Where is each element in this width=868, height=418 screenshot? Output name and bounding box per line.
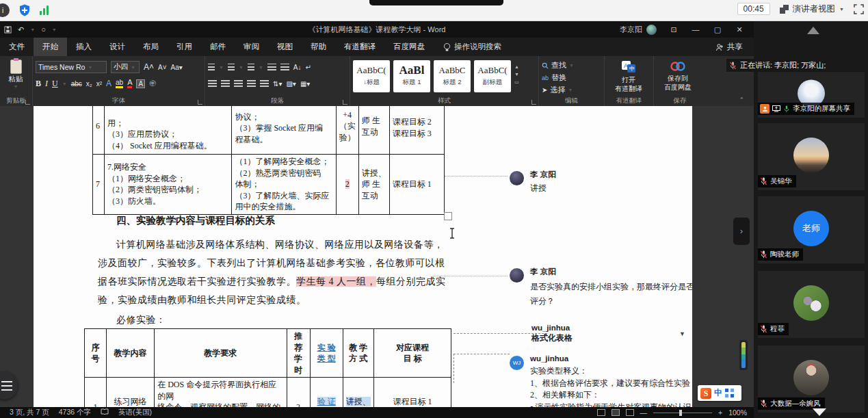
minimize-icon[interactable]: — [691,25,700,34]
paragraph-dialog-launcher-icon[interactable] [343,100,347,105]
subscript-button[interactable]: x₂ [86,80,92,88]
print-layout-icon[interactable] [611,409,620,416]
style-card-normal[interactable]: AaBbC( ↓标题 [353,60,390,92]
maximize-icon[interactable]: ▢ [713,25,722,34]
zoom-slider[interactable] [653,413,712,413]
tab-youdao[interactable]: 有道翻译 [335,38,384,56]
bullets-icon[interactable] [208,64,215,70]
tab-view[interactable]: 视图 [268,38,302,56]
video-tile-sharer[interactable]: 李京阳的屏幕共享 [758,70,865,118]
styles-gallery-more-icon[interactable]: ▭ [514,79,519,85]
video-tile[interactable]: 老师 陶骏老师 [758,196,865,263]
collapse-ribbon-icon[interactable]: ⌃ [739,96,744,103]
tell-me-search[interactable]: 操作说明搜索 [443,38,501,56]
align-center-icon[interactable] [221,80,230,87]
repeat-icon[interactable]: ○ [41,23,46,36]
commented-highlight[interactable]: 学生每 4 人一组， [296,276,376,287]
video-tile[interactable]: 吴锦华 [758,123,865,190]
comment[interactable]: WJ wu_jinhua 实验类型释义： 1、根据合格评估要求，建议要有综合性实… [510,354,692,407]
account-badge[interactable]: 李京阳 [620,25,657,35]
zoom-level[interactable]: 100% [728,408,747,417]
select-button[interactable]: ➤ 选择▼ [542,85,601,95]
comment[interactable]: wu_jinhua 格式化表格 [510,324,692,345]
tab-layout[interactable]: 布局 [134,38,168,56]
enclose-characters-icon[interactable]: ㊥ [149,79,156,88]
style-card-heading1[interactable]: AaBl 标题 1 [393,60,430,92]
align-left-icon[interactable] [208,80,217,87]
replace-button[interactable]: ab 替换 [542,73,601,83]
find-button[interactable]: 查找▼ [542,60,601,70]
paste-button[interactable]: 粘贴 ▼ [3,60,29,89]
share-button[interactable]: 共享 [715,38,743,56]
read-mode-icon[interactable] [597,409,605,416]
meeting-control-handle[interactable] [369,0,503,5]
distribute-icon[interactable] [260,80,269,87]
tab-baidu[interactable]: 百度网盘 [384,38,434,56]
font-name-combo[interactable]: Times New Ro▼ [36,61,107,73]
tab-references[interactable]: 引用 [168,38,201,56]
undo-icon[interactable]: ↶ [18,23,24,36]
tab-insert[interactable]: 插入 [67,38,101,56]
character-shading-icon[interactable]: A [136,79,145,88]
bold-button[interactable]: B [36,79,41,89]
strikethrough-button[interactable]: abc [71,80,82,88]
superscript-button[interactable]: x² [96,80,102,88]
grow-font-icon[interactable]: A˄ [144,62,154,72]
font-size-combo[interactable]: 小四▼ [111,61,140,73]
proofing-icon[interactable] [101,408,109,417]
justify-icon[interactable] [247,80,256,87]
web-layout-icon[interactable] [626,409,634,416]
qat-customize-icon[interactable]: ▼ [52,27,57,32]
experiment-type-link[interactable]: 实 验 类 型 [317,343,336,364]
decrease-indent-icon[interactable] [267,64,276,70]
ime-indicator[interactable]: S 中 [698,385,741,401]
shading-bucket-icon[interactable]: ▨▾ [286,80,295,88]
paste-dropdown-icon[interactable]: ▼ [3,84,29,89]
tab-mailings[interactable]: 邮件 [201,38,235,56]
align-right-icon[interactable] [234,80,243,87]
page-indicator[interactable]: 3 页, 共 7 页 [10,408,49,417]
undo-dropdown-icon[interactable]: ▼ [30,27,35,32]
clipboard-dialog-launcher-icon[interactable] [25,100,30,105]
expand-panel-chevron-icon[interactable]: › [733,218,750,245]
scroll-up-icon[interactable] [807,27,819,34]
comment[interactable]: 李 京阳 讲授 [510,170,692,195]
tab-home[interactable]: 开始 [34,38,67,56]
baidu-save-button[interactable]: 保存到 百度网盘 [657,59,699,92]
meeting-app-icon[interactable]: i [0,3,10,17]
borders-icon[interactable]: ▦▾ [300,80,310,88]
change-case-icon[interactable]: Aa▾ [171,64,183,71]
line-spacing-icon[interactable]: ⇅▾ [273,80,282,88]
comment[interactable]: 李 京阳 是否实验真的安排小组实验，那最终评分是否以小组评分？ [510,267,692,309]
tab-design[interactable]: 设计 [101,38,134,56]
comment-dropdown-icon[interactable]: ▼ [679,330,685,337]
paragraph-marks-icon[interactable]: ↵ [305,64,311,71]
shrink-font-icon[interactable]: A˅ [158,64,167,71]
zoom-slider-thumb[interactable] [679,410,682,416]
close-icon[interactable]: ✕ [735,25,744,34]
table-resize-handle[interactable] [444,212,452,220]
styles-gallery-up-icon[interactable]: ▲ [514,64,519,69]
signal-bars-icon[interactable] [40,5,49,15]
style-card-heading2[interactable]: AaBbC 标题 2 [434,60,471,92]
highlight-color-icon[interactable]: ab [116,79,123,88]
zoom-out-icon[interactable]: — [640,408,648,417]
styles-dialog-launcher-icon[interactable] [531,100,536,105]
styles-gallery-down-icon[interactable]: ▼ [514,72,519,77]
video-tile[interactable]: 大数据—余婉风 [758,345,865,413]
experiment-type-link[interactable]: 验 证 性 [317,397,336,407]
fullscreen-icon[interactable] [854,4,864,14]
style-card-subtitle[interactable]: AaBbC( 副标题 [474,60,511,92]
tab-review[interactable]: 审阅 [235,38,268,56]
text-effects-icon[interactable]: A [106,79,111,88]
sort-icon[interactable]: A↓ [293,64,302,71]
document-page[interactable]: 6 用； （3）应用层协议； （4） Socket 应用编程基础。 协议； （3… [34,106,692,407]
underline-button[interactable]: U [52,79,58,89]
multilevel-list-icon[interactable] [248,64,254,70]
font-color-icon[interactable]: A [127,79,132,88]
tab-help[interactable]: 帮助 [302,38,335,56]
scroll-down-icon[interactable] [813,408,826,416]
font-dialog-launcher-icon[interactable] [198,100,202,105]
italic-button[interactable]: I [45,79,48,89]
tab-file[interactable]: 文件 [0,38,34,56]
